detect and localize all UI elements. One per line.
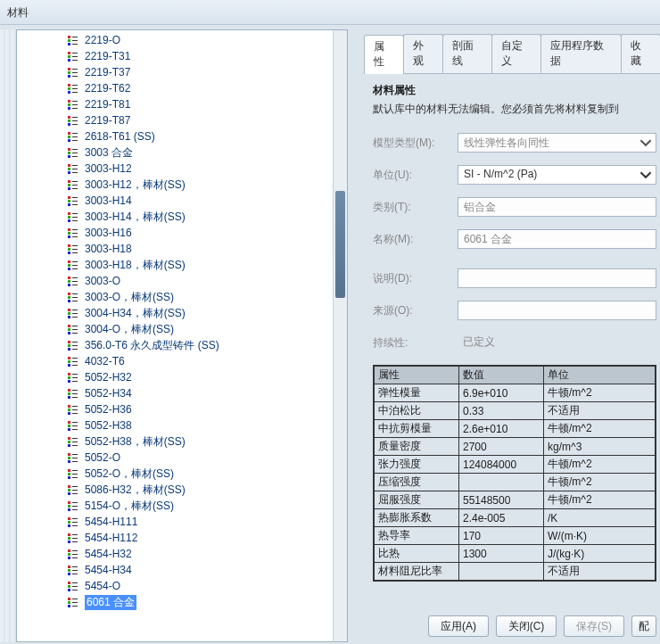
table-row[interactable]: 热膨胀系数2.4e-005/K — [375, 509, 656, 527]
tree-item[interactable]: 2618-T61 (SS) — [17, 128, 347, 144]
tree-item[interactable]: 3003-O，棒材(SS) — [17, 289, 347, 305]
material-icon — [67, 178, 79, 191]
category-label: 类别(T): — [373, 200, 458, 215]
tree-item-label: 3004-O，棒材(SS) — [85, 322, 174, 337]
tree-item[interactable]: 6061 合金 — [17, 594, 347, 610]
tree-item[interactable]: 5454-H112 — [17, 530, 347, 546]
svg-rect-116 — [68, 348, 70, 351]
table-row[interactable]: 热导率170W/(m·K) — [375, 527, 656, 545]
tree-item[interactable]: 3003-H14，棒材(SS) — [17, 209, 347, 225]
tree-item[interactable]: 5052-O — [17, 450, 347, 466]
tree-item[interactable]: 3003-H18，棒材(SS) — [17, 257, 347, 273]
svg-rect-192 — [68, 549, 70, 552]
tree-item[interactable]: 2219-T37 — [17, 64, 347, 80]
tree-item[interactable]: 2219-T87 — [17, 112, 347, 128]
table-row[interactable]: 压缩强度牛顿/m^2 — [375, 474, 656, 491]
table-row[interactable]: 质量密度2700kg/m^3 — [375, 438, 656, 456]
properties-table-wrap: 属性数值单位弹性模量6.9e+010牛顿/m^2中泊松比0.33不适用中抗剪模量… — [373, 365, 656, 582]
table-row[interactable]: 材料阻尼比率不适用 — [375, 563, 656, 581]
tree-item[interactable]: 5454-H32 — [17, 546, 347, 562]
tree-item[interactable]: 3003-H18 — [17, 241, 347, 257]
tree-item[interactable]: 3003 合金 — [17, 144, 347, 161]
tree-item[interactable]: 3003-H12 — [17, 161, 347, 177]
tree-item[interactable]: 5454-H34 — [17, 562, 347, 578]
close-button[interactable]: 关闭(C) — [496, 615, 557, 637]
tree-item[interactable]: 2219-T81 — [17, 96, 347, 112]
svg-rect-151 — [68, 441, 70, 443]
tree-item[interactable]: 5454-H111 — [17, 514, 347, 530]
tab-strip: 属性外观剖面线自定义应用程序数据收藏 — [364, 34, 660, 74]
svg-rect-37 — [68, 136, 70, 138]
material-icon — [67, 194, 79, 207]
tree-item[interactable]: 3003-H16 — [17, 225, 347, 241]
tab-1[interactable]: 外观 — [403, 34, 443, 73]
table-cell: 热膨胀系数 — [375, 509, 459, 527]
table-row[interactable]: 比热1300J/(kg·K) — [375, 545, 656, 563]
tree-scrollbar[interactable] — [333, 30, 347, 641]
svg-rect-186 — [68, 533, 70, 536]
material-icon — [67, 291, 79, 303]
tab-4[interactable]: 应用程序数据 — [540, 34, 622, 73]
tree-item[interactable]: 5052-H32 — [17, 369, 347, 385]
tree-item[interactable]: 5052-H34 — [17, 385, 347, 401]
table-row[interactable]: 弹性模量6.9e+010牛顿/m^2 — [375, 384, 656, 402]
unit-select[interactable]: SI - N/m^2 (Pa) — [458, 165, 656, 185]
material-icon — [67, 483, 79, 496]
tree-item[interactable]: 3003-H14 — [17, 193, 347, 209]
table-header: 单位 — [544, 367, 656, 384]
table-row[interactable]: 张力强度124084000牛顿/m^2 — [375, 456, 656, 474]
model-type-select[interactable]: 线性弹性各向同性 — [458, 133, 656, 153]
tree-item[interactable]: 2219-O — [17, 32, 347, 48]
tree-item-label: 3003-H16 — [85, 227, 132, 239]
tree-item[interactable]: 5052-H38 — [17, 417, 347, 433]
section-note: 默认库中的材料无法编辑。您必须首先将材料复制到 — [373, 102, 656, 117]
svg-rect-120 — [68, 357, 70, 359]
tree-item[interactable]: 356.0-T6 永久成型铸件 (SS) — [17, 337, 347, 353]
tab-5[interactable]: 收藏 — [621, 34, 660, 73]
tree-item[interactable]: 5052-H36 — [17, 401, 347, 417]
svg-rect-163 — [68, 473, 70, 475]
tree-item[interactable]: 5154-O，棒材(SS) — [17, 498, 347, 514]
svg-rect-54 — [68, 180, 70, 183]
tree-item[interactable]: 3004-H34，棒材(SS) — [17, 305, 347, 321]
config-button[interactable]: 配 — [631, 615, 656, 637]
tree-item[interactable]: 3003-O — [17, 273, 347, 289]
table-cell: 0.33 — [459, 402, 544, 420]
properties-table[interactable]: 属性数值单位弹性模量6.9e+010牛顿/m^2中泊松比0.33不适用中抗剪模量… — [374, 366, 656, 581]
material-icon — [67, 243, 79, 255]
material-tree[interactable]: 2219-O2219-T312219-T372219-T622219-T8122… — [17, 30, 347, 641]
tab-3[interactable]: 自定义 — [491, 34, 541, 73]
table-cell: 压缩强度 — [375, 474, 459, 491]
tree-item[interactable]: 5454-O — [17, 578, 347, 594]
apply-button[interactable]: 应用(A) — [428, 615, 489, 637]
material-icon — [67, 580, 79, 592]
tree-item[interactable]: 5086-H32，棒材(SS) — [17, 482, 347, 498]
tab-2[interactable]: 剖面线 — [442, 34, 492, 73]
tree-item-label: 5454-H34 — [85, 564, 132, 576]
tree-item[interactable]: 5052-H38，棒材(SS) — [17, 433, 347, 450]
tab-0[interactable]: 属性 — [364, 35, 404, 74]
tree-item-label: 5052-H36 — [85, 403, 132, 416]
tree-item[interactable]: 2219-T31 — [17, 48, 347, 64]
table-row[interactable]: 中抗剪模量2.6e+010牛顿/m^2 — [375, 420, 656, 438]
material-icon — [67, 548, 79, 560]
tree-item[interactable]: 3004-O，棒材(SS) — [17, 321, 347, 337]
material-icon — [67, 500, 79, 512]
table-cell: 1300 — [459, 545, 544, 563]
svg-rect-150 — [68, 437, 70, 440]
material-icon — [67, 323, 79, 335]
table-row[interactable]: 中泊松比0.33不适用 — [375, 402, 656, 420]
table-row[interactable]: 屈服强度55148500牛顿/m^2 — [375, 491, 656, 509]
tree-item-label: 5454-O — [85, 580, 120, 592]
tree-item[interactable]: 4032-T6 — [17, 353, 347, 369]
tree-item[interactable]: 5052-O，棒材(SS) — [17, 466, 347, 482]
tree-item-label: 3003 合金 — [85, 145, 133, 161]
table-cell: J/(kg·K) — [544, 545, 656, 563]
scrollbar-thumb[interactable] — [335, 191, 345, 298]
svg-rect-206 — [68, 589, 70, 591]
tree-item[interactable]: 2219-T62 — [17, 80, 347, 96]
save-button[interactable]: 保存(S) — [564, 615, 624, 637]
svg-rect-90 — [68, 277, 70, 279]
persist-value: 已定义 — [458, 333, 656, 352]
tree-item[interactable]: 3003-H12，棒材(SS) — [17, 177, 347, 193]
